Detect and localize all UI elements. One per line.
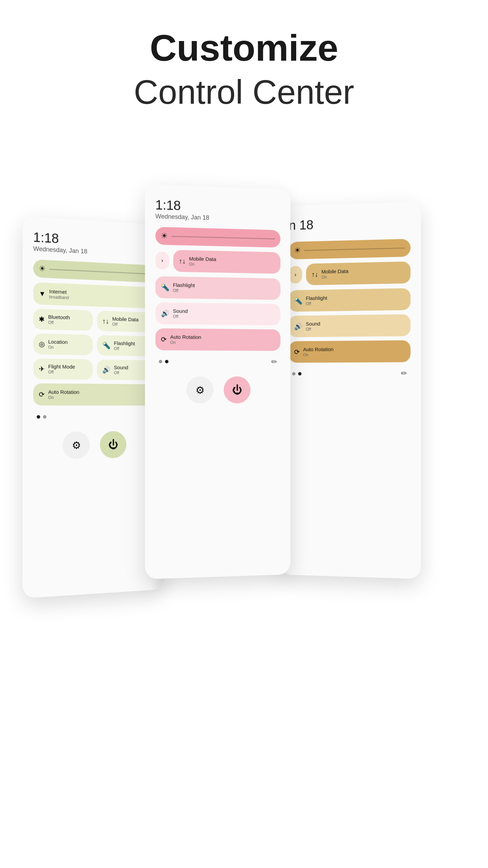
phone-right-bottom: ✏ bbox=[289, 369, 410, 378]
rotation-status-middle: On bbox=[170, 340, 201, 345]
flashlight-btn-right[interactable]: 🔦 Flashlight Off bbox=[289, 288, 410, 312]
dot-row-middle bbox=[159, 360, 168, 363]
dot-1-middle bbox=[159, 360, 162, 363]
mobile-data-text-middle: Mobile Data On bbox=[189, 256, 216, 267]
flashlight-text-left: Flashlight Off bbox=[114, 340, 135, 351]
mobile-data-icon-right: ↑↓ bbox=[311, 270, 318, 278]
rotation-icon-middle: ⟳ bbox=[161, 335, 167, 343]
brightness-bar-right[interactable]: ☀ bbox=[289, 239, 410, 259]
mobile-data-text-left: Mobile Data Off bbox=[112, 316, 139, 328]
brightness-bar-middle[interactable]: ☀ bbox=[155, 227, 280, 248]
row-loc-flash-left: ◎ Location On 🔦 Flashlight Off bbox=[33, 333, 154, 356]
brightness-icon-middle: ☀ bbox=[161, 232, 168, 241]
auto-rotation-btn-middle[interactable]: ⟳ Auto Rotation On bbox=[155, 328, 280, 351]
mobile-data-btn-middle[interactable]: ↑↓ Mobile Data On bbox=[173, 250, 280, 274]
dot-2-middle bbox=[165, 360, 168, 363]
location-btn-left[interactable]: ◎ Location On bbox=[33, 333, 93, 355]
brightness-line-middle bbox=[171, 236, 275, 239]
chevron-btn-middle[interactable]: › bbox=[155, 252, 169, 270]
sound-icon-left: 🔊 bbox=[102, 366, 111, 374]
flashlight-text-middle: Flashlight Off bbox=[173, 282, 195, 293]
mobile-data-label-right: Mobile Data bbox=[322, 268, 348, 275]
rotation-text-right: Auto Rotation On bbox=[303, 346, 333, 357]
sound-label-right: Sound bbox=[306, 321, 320, 327]
sound-btn-right[interactable]: 🔊 Sound Off bbox=[289, 314, 410, 337]
dot-1-right bbox=[292, 372, 296, 375]
sound-btn-middle[interactable]: 🔊 Sound Off bbox=[155, 302, 280, 325]
row-flight-sound-left: ✈ Flight Mode Off 🔊 Sound Off bbox=[33, 358, 154, 380]
rotation-status-right: On bbox=[303, 352, 333, 357]
sound-text-middle: Sound Off bbox=[173, 308, 188, 319]
row-bt-mobile-left: ✱ Bluetooth Off ↑↓ Mobile Data Off bbox=[33, 309, 154, 333]
flashlight-btn-middle[interactable]: 🔦 Flashlight Off bbox=[155, 276, 280, 300]
brightness-icon-left: ☀ bbox=[39, 264, 46, 273]
location-label-left: Location bbox=[48, 339, 68, 346]
internet-row-middle[interactable]: › ↑↓ Mobile Data On bbox=[155, 250, 280, 274]
flight-label-left: Flight Mode bbox=[48, 363, 75, 370]
sound-status-right: Off bbox=[306, 327, 320, 332]
dot-2-left bbox=[43, 415, 46, 418]
rotation-icon-left: ⟳ bbox=[39, 390, 44, 399]
wifi-icon-left: ▼ bbox=[39, 290, 45, 298]
flight-btn-left[interactable]: ✈ Flight Mode Off bbox=[33, 358, 93, 380]
header-title-light: Control Center bbox=[134, 72, 354, 112]
flight-text-left: Flight Mode Off bbox=[48, 363, 75, 375]
sound-icon-middle: 🔊 bbox=[161, 309, 169, 318]
brightness-bar-left[interactable]: ☀ bbox=[33, 259, 154, 283]
phone-middle-time: 1:18 bbox=[155, 198, 280, 215]
bluetooth-btn-left[interactable]: ✱ Bluetooth Off bbox=[33, 309, 93, 331]
sound-text-left: Sound Off bbox=[114, 364, 128, 375]
mobile-data-icon-middle: ↑↓ bbox=[179, 257, 185, 265]
dot-1-left bbox=[37, 415, 40, 418]
phone-pink: 1:18 Wednesday, Jan 18 ☀ › ↑↓ Mobile Dat… bbox=[145, 184, 290, 579]
rotation-text-left: Auto Rotation On bbox=[48, 389, 79, 400]
auto-rotation-btn-left[interactable]: ⟳ Auto Rotation On bbox=[33, 383, 154, 406]
location-status-left: On bbox=[48, 345, 68, 350]
header-title-bold: Customize bbox=[134, 27, 354, 68]
edit-icon-middle[interactable]: ✏ bbox=[271, 358, 277, 367]
mobile-data-label-middle: Mobile Data bbox=[189, 256, 216, 262]
rotation-icon-right: ⟳ bbox=[294, 348, 300, 356]
location-text-left: Location On bbox=[48, 339, 68, 350]
dot-row-right bbox=[292, 372, 301, 375]
flashlight-label-right: Flashlight bbox=[306, 295, 327, 301]
sound-status-left: Off bbox=[114, 371, 128, 375]
dot-row-left bbox=[37, 415, 46, 418]
settings-btn-left[interactable]: ⚙ bbox=[63, 431, 90, 459]
rotation-status-left: On bbox=[48, 395, 79, 400]
mobile-data-status-left: Off bbox=[112, 322, 139, 328]
mobile-data-text-right: Mobile Data On bbox=[322, 268, 348, 280]
rotation-label-left: Auto Rotation bbox=[48, 389, 79, 395]
flight-icon-left: ✈ bbox=[39, 365, 44, 373]
internet-row-right[interactable]: › ↑↓ Mobile Data On bbox=[289, 261, 410, 285]
chevron-btn-right[interactable]: › bbox=[289, 266, 302, 283]
internet-btn-left[interactable]: ▼ Internet broadband › bbox=[33, 282, 154, 309]
edit-icon-right[interactable]: ✏ bbox=[401, 369, 407, 378]
auto-rotation-btn-right[interactable]: ⟳ Auto Rotation On bbox=[289, 340, 410, 362]
flashlight-status-right: Off bbox=[306, 301, 327, 306]
phone-right-time: n 18 bbox=[289, 216, 410, 232]
power-btn-left[interactable]: ⏻ bbox=[100, 431, 126, 458]
flashlight-text-right: Flashlight Off bbox=[306, 295, 327, 306]
sound-label-middle: Sound bbox=[173, 308, 188, 314]
chevron-icon-right: › bbox=[294, 272, 296, 278]
brightness-icon-right: ☀ bbox=[294, 246, 301, 255]
bluetooth-icon-left: ✱ bbox=[39, 315, 44, 323]
flashlight-status-middle: Off bbox=[173, 288, 195, 293]
bluetooth-status-left: Off bbox=[48, 320, 70, 326]
power-btn-middle[interactable]: ⏻ bbox=[224, 376, 250, 403]
dot-2-right bbox=[298, 372, 302, 375]
internet-status-left: broadband bbox=[49, 295, 69, 300]
settings-btn-middle[interactable]: ⚙ bbox=[186, 376, 214, 403]
chevron-icon-middle: › bbox=[161, 257, 163, 263]
rotation-label-middle: Auto Rotation bbox=[170, 334, 201, 340]
flashlight-icon-middle: 🔦 bbox=[161, 283, 169, 292]
sound-label-left: Sound bbox=[114, 364, 128, 371]
bluetooth-label-left: Bluetooth bbox=[48, 314, 70, 321]
page-header: Customize Control Center bbox=[134, 0, 354, 112]
phone-left-bottom: ✏ bbox=[33, 412, 154, 421]
rotation-text-middle: Auto Rotation On bbox=[170, 334, 201, 345]
phone-green: 1:18 Wednesday, Jan 18 ☀ ▼ Internet broa… bbox=[23, 216, 164, 598]
mobile-data-btn-right[interactable]: ↑↓ Mobile Data On bbox=[306, 261, 410, 285]
brightness-line-left bbox=[49, 269, 149, 274]
